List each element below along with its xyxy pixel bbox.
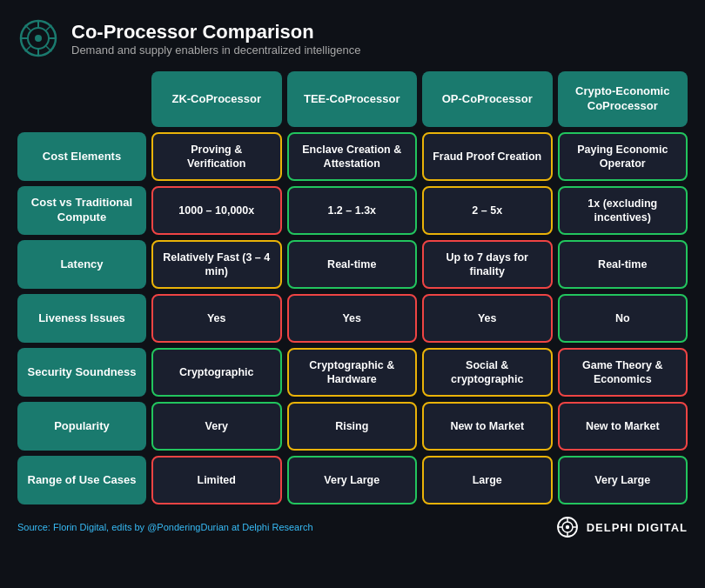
cell-r6-c2: Large (422, 456, 553, 504)
cell-r1-c1: 1.2 – 1.3x (287, 186, 418, 235)
row-label-2: Latency (17, 240, 146, 289)
cell-r6-c0: Limited (151, 456, 282, 504)
col-header-crypto: Crypto-Economic CoProcessor (558, 71, 688, 127)
cell-r4-c1: Cryptographic & Hardware (287, 348, 418, 397)
row-label-3: Liveness Issues (17, 294, 146, 343)
col-header-tee: TEE-CoProcessor (287, 71, 418, 127)
cell-r0-c0: Proving & Verification (151, 132, 282, 181)
row-label-6: Range of Use Cases (17, 456, 146, 504)
cell-r3-c3: No (558, 294, 688, 343)
row-label-5: Popularity (17, 402, 146, 451)
comparison-table: ZK-CoProcessorTEE-CoProcessorOP-CoProces… (17, 71, 688, 504)
page-header: Co-Processor Comparison Demand and suppl… (17, 17, 688, 59)
cell-r5-c2: New to Market (422, 402, 553, 451)
row-label-4: Security Soundness (17, 348, 146, 397)
cell-r3-c2: Yes (422, 294, 553, 343)
cell-r0-c3: Paying Economic Operator (558, 132, 688, 181)
source-text: Source: Florin Digital, edits by @Ponder… (17, 522, 313, 532)
row-label-0: Cost Elements (17, 132, 146, 181)
svg-point-2 (35, 35, 42, 42)
page-subtitle: Demand and supply enablers in decentrali… (71, 43, 360, 57)
cell-r1-c3: 1x (excluding incentives) (558, 186, 688, 235)
coprocessor-logo-icon (17, 17, 59, 59)
svg-point-13 (565, 525, 568, 529)
cell-r6-c3: Very Large (558, 456, 688, 504)
cell-r3-c1: Yes (287, 294, 418, 343)
cell-r6-c1: Very Large (287, 456, 418, 504)
delphi-logo-icon (555, 515, 580, 539)
header-text-block: Co-Processor Comparison Demand and suppl… (71, 21, 360, 57)
cell-r4-c3: Game Theory & Economics (558, 348, 688, 397)
row-label-1: Cost vs Traditional Compute (17, 186, 146, 235)
cell-r4-c0: Cryptographic (151, 348, 282, 397)
cell-r5-c0: Very (151, 402, 282, 451)
col-header-zk: ZK-CoProcessor (151, 71, 282, 127)
cell-r0-c2: Fraud Proof Creation (422, 132, 553, 181)
source-label: Source: Florin Digital, edits by (17, 522, 147, 532)
delphi-logo-text: DELPHI DIGITAL (587, 521, 688, 534)
page-footer: Source: Florin Digital, edits by @Ponder… (17, 515, 688, 539)
table-corner (17, 71, 146, 127)
cell-r2-c2: Up to 7 days for finality (422, 240, 553, 289)
cell-r0-c1: Enclave Creation & Attestation (287, 132, 418, 181)
cell-r1-c0: 1000 – 10,000x (151, 186, 282, 235)
cell-r5-c1: Rising (287, 402, 418, 451)
delphi-logo: DELPHI DIGITAL (555, 515, 688, 539)
page-title: Co-Processor Comparison (71, 21, 360, 43)
source-at: at Delphi Research (229, 522, 313, 532)
cell-r2-c0: Relatively Fast (3 – 4 min) (151, 240, 282, 289)
col-header-op: OP-CoProcessor (422, 71, 553, 127)
cell-r2-c3: Real-time (558, 240, 688, 289)
cell-r3-c0: Yes (151, 294, 282, 343)
cell-r1-c2: 2 – 5x (422, 186, 553, 235)
cell-r5-c3: New to Market (558, 402, 688, 451)
cell-r2-c1: Real-time (287, 240, 418, 289)
cell-r4-c2: Social & cryptographic (422, 348, 553, 397)
mention-link[interactable]: @PonderingDurian (147, 522, 229, 532)
